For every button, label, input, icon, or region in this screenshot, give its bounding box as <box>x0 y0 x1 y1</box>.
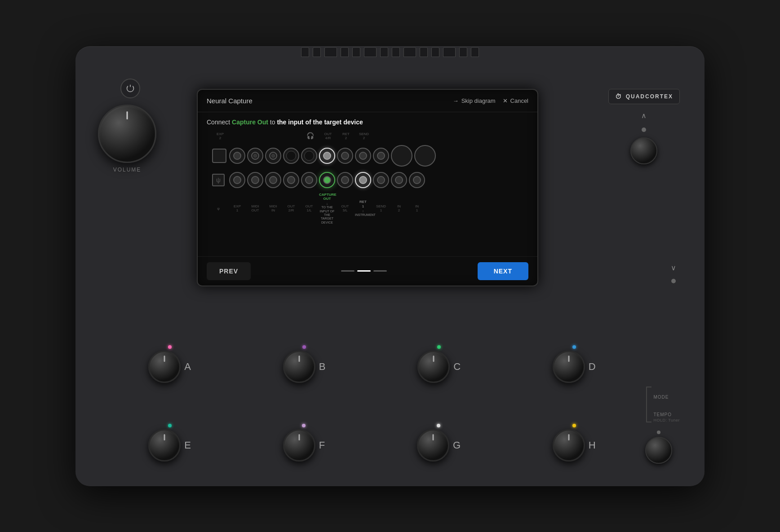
mode-tempo-bracket <box>637 387 647 422</box>
prev-button[interactable]: PREV <box>207 262 251 280</box>
nav-down-button[interactable]: ∨ <box>667 262 680 274</box>
knob-group-c: C <box>417 345 461 383</box>
top-connector <box>301 47 309 57</box>
skip-diagram-button[interactable]: → Skip diagram <box>453 97 496 104</box>
port-midi-in <box>265 172 281 188</box>
next-button[interactable]: NEXT <box>478 262 528 280</box>
tempo-label: TEMPO <box>653 412 680 417</box>
headphone-icon: 🎧 <box>302 132 318 141</box>
right-knob-upper[interactable] <box>630 137 657 164</box>
knob-g[interactable] <box>417 429 449 462</box>
power-button[interactable] <box>120 79 140 98</box>
led-h <box>572 424 576 427</box>
port-label-midi-out: MIDIOUT <box>247 204 263 213</box>
port-label-exp1: EXP1 <box>229 204 245 213</box>
port-xlr-1 <box>283 148 299 164</box>
modal-instruction: Connect Capture Out to the input of the … <box>198 112 537 132</box>
led-c <box>437 345 441 349</box>
knob-group-b: B <box>283 345 326 383</box>
right-knob-lower[interactable] <box>645 437 672 464</box>
port-label-ret2: RET2 <box>338 132 354 141</box>
port-usb: ψ <box>212 174 225 186</box>
cancel-button[interactable]: ✕ Cancel <box>503 97 528 104</box>
right-led-bottom <box>671 279 676 283</box>
port-ret1 <box>355 172 371 188</box>
port-ret2 <box>355 148 371 164</box>
knob-group-a: A <box>148 345 191 383</box>
knob-c[interactable] <box>417 351 450 383</box>
port-label-capture-out: CAPTUREOUT↓TO THE INPUT OFTHE TARGETDEVI… <box>319 193 335 225</box>
port-square <box>212 149 226 163</box>
knob-group-f: F <box>283 424 325 462</box>
top-connectors <box>301 46 479 57</box>
port-capture-out <box>319 172 335 188</box>
volume-knob[interactable] <box>98 105 156 163</box>
knob-group-e: E <box>148 424 191 462</box>
right-bottom-controls: MODE TEMPO HOLD: Tuner <box>637 387 680 464</box>
page-dot-1 <box>341 270 355 272</box>
page-dot-2 <box>357 270 371 272</box>
brand-name: QUADCORTEX <box>626 93 673 100</box>
port-label-send1: SEND1 <box>373 204 389 213</box>
brand-icon: ⏱ <box>615 93 622 100</box>
knob-h-label: H <box>589 440 596 451</box>
knob-a[interactable] <box>148 351 181 383</box>
led-f <box>302 424 306 427</box>
port-send2 <box>373 148 389 164</box>
top-connector <box>341 47 349 57</box>
top-connector <box>324 47 337 57</box>
nav-up-button[interactable]: ∧ <box>638 110 650 122</box>
page-dot-3 <box>373 270 387 272</box>
top-connector <box>431 47 439 57</box>
port-out4r <box>337 148 353 164</box>
port-large-2 <box>414 145 436 167</box>
top-connector <box>352 47 360 57</box>
capture-out-text: Capture Out <box>232 119 268 126</box>
top-connector <box>403 47 416 57</box>
top-connector <box>364 47 377 57</box>
instruction-target-text: the input of the target device <box>277 119 363 126</box>
led-a <box>168 345 172 349</box>
knob-b-label: B <box>319 361 326 373</box>
port-in2 <box>391 172 407 188</box>
port-label-exp2: EXP2 <box>212 132 228 141</box>
led-g <box>437 424 440 427</box>
port-midi-out <box>247 172 263 188</box>
port-headphone-out <box>319 148 335 164</box>
knob-e[interactable] <box>148 429 181 462</box>
modal-title: Neural Capture <box>207 97 253 105</box>
mode-tempo-labels: MODE TEMPO HOLD: Tuner <box>653 395 680 422</box>
knob-f-label: F <box>319 440 325 451</box>
port-label-in2: IN2 <box>391 204 407 213</box>
knob-d[interactable] <box>553 351 585 383</box>
modal-header: Neural Capture → Skip diagram ✕ Cancel <box>198 90 537 112</box>
top-connector <box>471 47 479 57</box>
top-connector <box>380 47 388 57</box>
knob-f[interactable] <box>283 429 315 462</box>
port-label-out2r: OUT2/R <box>283 204 299 213</box>
right-bottom-knob-section <box>645 431 672 464</box>
port-label-in1: IN1 <box>409 204 425 213</box>
top-connector <box>459 47 467 57</box>
volume-section: VOLUME <box>98 105 156 173</box>
volume-label: VOLUME <box>113 167 142 173</box>
knob-h[interactable] <box>553 429 585 462</box>
port-large-1 <box>391 145 412 167</box>
led-right-bottom <box>657 431 660 434</box>
knob-g-label: G <box>453 440 461 451</box>
port-trs-3 <box>265 148 281 164</box>
right-led-top <box>642 128 646 132</box>
connector-diagram: EXP2 🎧 OUT4/R RET2 SEND2 <box>198 132 537 225</box>
port-label-send2: SEND2 <box>356 132 372 141</box>
port-label-usb: ψ <box>212 207 225 211</box>
knob-b[interactable] <box>283 351 315 383</box>
knob-group-d: D <box>553 345 596 383</box>
port-trs-2 <box>247 148 263 164</box>
knob-d-label: D <box>589 361 596 373</box>
brand-badge: ⏱ QUADCORTEX <box>608 89 680 104</box>
knob-row-top: A B C D <box>102 345 642 383</box>
device-body: VOLUME Neural Capture → Skip diagram ✕ C… <box>75 46 705 486</box>
top-connector <box>420 47 428 57</box>
knob-e-label: E <box>184 440 191 451</box>
led-b <box>302 345 306 349</box>
